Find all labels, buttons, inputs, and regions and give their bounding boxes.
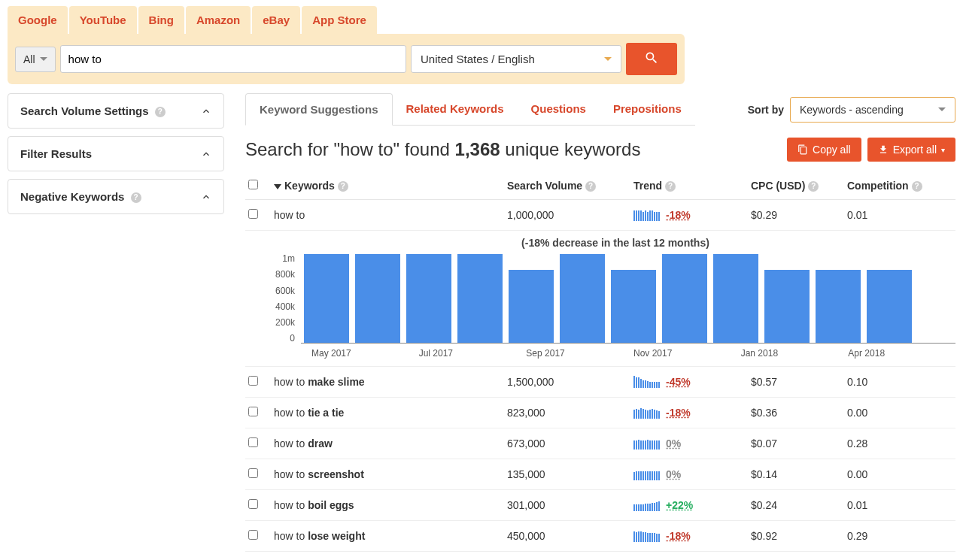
trend-value[interactable]: -18% [666, 407, 691, 419]
export-all-button[interactable]: Export all ▾ [867, 138, 955, 162]
row-checkbox[interactable] [248, 209, 258, 219]
cell-trend: -18% [633, 530, 751, 542]
trend-value[interactable]: -18% [666, 530, 691, 542]
trend-value[interactable]: 0% [666, 437, 681, 450]
trend-value[interactable]: 0% [666, 468, 681, 480]
trend-chart: (-18% decrease in the last 12 months)1m8… [245, 231, 955, 367]
help-icon[interactable]: ? [665, 181, 676, 192]
chart-bar [867, 270, 912, 343]
help-icon[interactable]: ? [131, 192, 141, 203]
panel-filter-results[interactable]: Filter Results [8, 136, 224, 171]
row-checkbox[interactable] [248, 468, 258, 478]
chevron-down-icon: ▾ [941, 146, 945, 154]
table-row[interactable]: how to make slime1,500,000-45%$0.570.10 [245, 367, 955, 398]
locale-dropdown[interactable]: United States / English [411, 45, 621, 73]
cell-keyword: how to make slime [274, 376, 507, 388]
col-cpc[interactable]: CPC (USD) [751, 180, 805, 192]
source-tab-amazon[interactable]: Amazon [186, 6, 251, 34]
cell-cpc: $0.29 [751, 209, 847, 221]
cell-keyword: how to lose weight [274, 530, 507, 542]
help-icon[interactable]: ? [808, 181, 819, 192]
chevron-up-icon [201, 149, 211, 159]
table-row[interactable]: how to draw673,0000%$0.070.28 [245, 428, 955, 459]
x-axis: May 2017Jul 2017Sep 2017Nov 2017Jan 2018… [275, 348, 955, 359]
col-competition[interactable]: Competition [847, 180, 909, 192]
copy-all-button[interactable]: Copy all [787, 138, 861, 162]
cell-competition: 0.01 [847, 499, 937, 511]
source-tab-ebay[interactable]: eBay [252, 6, 300, 34]
source-tabs: GoogleYouTubeBingAmazoneBayApp Store [0, 0, 963, 34]
chart-title: (-18% decrease in the last 12 months) [275, 237, 955, 249]
sparkline [633, 209, 660, 221]
cell-volume: 1,500,000 [507, 376, 633, 388]
source-tab-bing[interactable]: Bing [138, 6, 184, 34]
tab-related-keywords[interactable]: Related Keywords [393, 93, 518, 125]
cell-trend: -45% [633, 376, 751, 388]
tab-prepositions[interactable]: Prepositions [600, 93, 695, 125]
select-all-checkbox[interactable] [248, 180, 258, 189]
table-header: Keywords? Search Volume? Trend? CPC (USD… [245, 172, 955, 200]
row-checkbox[interactable] [248, 437, 258, 447]
cell-keyword: how to [274, 209, 507, 221]
sparkline [633, 376, 660, 388]
cell-trend: +22% [633, 499, 751, 511]
cell-competition: 0.10 [847, 376, 937, 388]
cell-keyword: how to boil eggs [274, 499, 507, 511]
table-row[interactable]: how to tie a tie823,000-18%$0.360.00 [245, 398, 955, 428]
cell-volume: 450,000 [507, 530, 633, 542]
trend-value[interactable]: -45% [666, 376, 691, 388]
sort-controls: Sort by Keywords - ascending [748, 97, 955, 123]
help-icon[interactable]: ? [912, 181, 922, 192]
row-checkbox[interactable] [248, 376, 258, 386]
chart-bar [355, 254, 400, 343]
cell-competition: 0.28 [847, 437, 937, 450]
cell-volume: 301,000 [507, 499, 633, 511]
cell-cpc: $0.07 [751, 437, 847, 450]
col-volume[interactable]: Search Volume [507, 180, 582, 192]
source-tab-google[interactable]: Google [8, 6, 68, 34]
table-row[interactable]: how to boil eggs301,000+22%$0.240.01 [245, 490, 955, 521]
tab-questions[interactable]: Questions [518, 93, 600, 125]
table-row[interactable]: how to write a check201,0000%$4.140.01 [245, 552, 955, 560]
cell-cpc: $0.14 [751, 468, 847, 480]
col-keywords[interactable]: Keywords [284, 180, 335, 192]
trend-value[interactable]: -18% [666, 209, 691, 221]
cell-trend: 0% [633, 437, 751, 450]
help-icon[interactable]: ? [338, 181, 348, 192]
panel-search-volume-settings[interactable]: Search Volume Settings ? [8, 93, 224, 129]
chart-bar [713, 254, 758, 343]
keyword-input[interactable] [60, 45, 406, 73]
chart-bar [816, 270, 861, 343]
help-icon[interactable]: ? [585, 181, 596, 192]
panel-negative-keywords[interactable]: Negative Keywords ? [8, 179, 224, 214]
chart-bars [301, 253, 955, 344]
scope-dropdown[interactable]: All [15, 47, 56, 72]
sparkline [633, 407, 660, 419]
help-icon[interactable]: ? [155, 107, 166, 117]
cell-cpc: $0.36 [751, 407, 847, 419]
sort-dropdown[interactable]: Keywords - ascending [790, 97, 955, 123]
table-row[interactable]: how to1,000,000-18%$0.290.01 [245, 200, 955, 231]
col-trend[interactable]: Trend [633, 180, 662, 192]
row-checkbox[interactable] [248, 499, 258, 509]
row-checkbox[interactable] [248, 407, 258, 416]
chevron-up-icon [201, 192, 211, 202]
sparkline [633, 499, 660, 511]
row-checkbox[interactable] [248, 530, 258, 540]
cell-competition: 0.00 [847, 468, 937, 480]
search-icon [644, 50, 659, 65]
search-button[interactable] [626, 43, 677, 75]
source-tab-youtube[interactable]: YouTube [69, 6, 137, 34]
source-tab-app-store[interactable]: App Store [302, 6, 377, 34]
chevron-up-icon [201, 106, 211, 117]
cell-cpc: $0.57 [751, 376, 847, 388]
chart-bar [560, 254, 605, 343]
sparkline [633, 530, 660, 542]
tab-keyword-suggestions[interactable]: Keyword Suggestions [245, 93, 393, 126]
y-axis: 1m800k600k400k200k0 [275, 253, 301, 344]
content: Keyword SuggestionsRelated KeywordsQuest… [245, 93, 955, 560]
table-row[interactable]: how to lose weight450,000-18%$0.920.29 [245, 521, 955, 552]
scope-label: All [23, 53, 35, 65]
table-row[interactable]: how to screenshot135,0000%$0.140.00 [245, 459, 955, 490]
trend-value[interactable]: +22% [666, 499, 693, 511]
